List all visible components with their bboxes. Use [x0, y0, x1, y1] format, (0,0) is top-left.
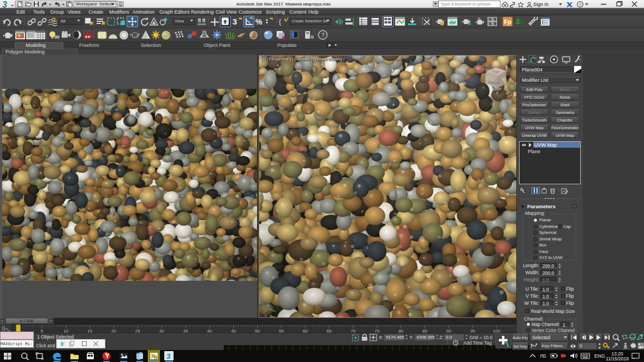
svg-text:Ox: Ox — [252, 34, 255, 37]
svg-text:{: { — [279, 18, 281, 26]
svg-text:95: 95 — [470, 329, 475, 334]
svg-text:3: 3 — [232, 17, 237, 26]
svg-text:20: 20 — [111, 329, 116, 334]
svg-text:45: 45 — [231, 329, 236, 334]
svg-text:40: 40 — [207, 329, 212, 334]
svg-text:60: 60 — [303, 329, 308, 334]
svg-text:Fp: Fp — [504, 19, 512, 25]
svg-text:HF: HF — [240, 35, 244, 39]
svg-text:?: ? — [579, 2, 582, 7]
svg-text:90: 90 — [446, 329, 451, 334]
svg-text:35: 35 — [183, 329, 188, 334]
svg-text:z: z — [267, 304, 269, 307]
svg-text:100: 100 — [493, 329, 500, 334]
svg-text:85: 85 — [422, 329, 427, 334]
svg-text:Б: Б — [543, 353, 546, 359]
svg-text:55: 55 — [279, 329, 284, 334]
svg-text:3: 3 — [166, 352, 171, 360]
svg-text:10: 10 — [63, 329, 68, 334]
svg-text:3: 3 — [2, 0, 7, 8]
svg-text:3: 3 — [61, 341, 63, 347]
svg-text:65: 65 — [327, 329, 332, 334]
svg-text:50: 50 — [255, 329, 260, 334]
svg-text:15: 15 — [87, 329, 92, 334]
svg-text:70: 70 — [350, 329, 355, 334]
svg-text:?: ? — [321, 32, 325, 38]
svg-text:K: K — [488, 18, 491, 21]
svg-text:25: 25 — [135, 329, 140, 334]
svg-text:K: K — [488, 22, 491, 26]
svg-text:80: 80 — [398, 329, 403, 334]
svg-text:5: 5 — [41, 329, 44, 334]
svg-text:K: K — [493, 22, 496, 26]
svg-text:30: 30 — [159, 329, 164, 334]
svg-text:TOP: TOP — [492, 70, 500, 74]
svg-text:K: K — [493, 18, 496, 21]
svg-text:75: 75 — [374, 329, 379, 334]
svg-text:%: % — [255, 17, 263, 26]
